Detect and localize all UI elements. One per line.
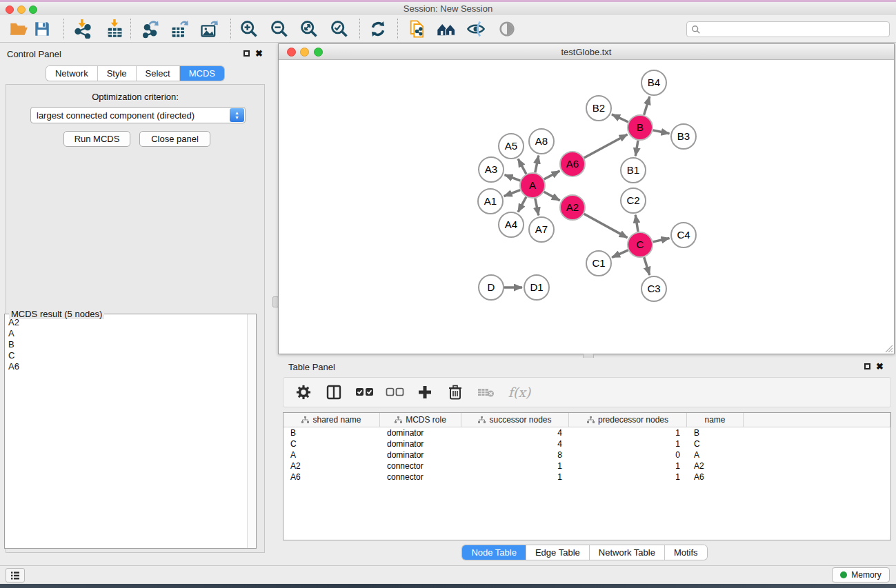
node-C[interactable]: C (628, 232, 653, 257)
node-table[interactable]: shared nameMCDS rolesuccessor nodesprede… (283, 412, 891, 540)
export-network-button[interactable] (138, 17, 163, 41)
zoom-selected-button[interactable] (327, 17, 352, 41)
zoom-out-button[interactable] (267, 17, 292, 41)
result-scrollbar[interactable] (247, 314, 256, 548)
zoom-fit-button[interactable] (297, 17, 321, 41)
edge-C-C2[interactable] (635, 215, 638, 232)
node-A3[interactable]: A3 (479, 157, 504, 182)
table-row[interactable]: A2connector11A2 (283, 460, 890, 472)
edge-C-C3[interactable] (644, 257, 650, 275)
memory-button[interactable]: Memory (832, 567, 890, 582)
edge-A-A8[interactable] (535, 156, 539, 173)
edge-C-C4[interactable] (653, 239, 670, 242)
table-row[interactable]: Adominator80A (283, 449, 890, 460)
node-A8[interactable]: A8 (529, 129, 554, 154)
mcds-result-list[interactable]: A2ABCA6 (5, 317, 247, 548)
network-canvas[interactable]: B4B2BB3A8A5A6A3B1AC2A1A2A4A7C4CC1DD1C3 (279, 60, 894, 354)
node-A4[interactable]: A4 (499, 212, 524, 237)
import-network-button[interactable] (70, 17, 95, 41)
edge-A-A3[interactable] (505, 175, 521, 181)
edge-A-A1[interactable] (504, 190, 521, 196)
edge-A-A6[interactable] (544, 171, 560, 179)
mcds-result-item[interactable]: C (5, 350, 247, 361)
column-header-MCDS-role[interactable]: MCDS role (380, 413, 461, 427)
node-B1[interactable]: B1 (621, 158, 646, 183)
show-graphics-details-button[interactable] (495, 17, 519, 41)
refresh-layout-button[interactable] (366, 17, 390, 41)
add-column-button[interactable] (415, 385, 435, 399)
node-C2[interactable]: C2 (621, 188, 646, 213)
tab-network[interactable]: Network (46, 66, 98, 81)
node-C1[interactable]: C1 (586, 251, 611, 276)
select-all-button[interactable] (354, 387, 375, 398)
edge-A-A5[interactable] (518, 159, 526, 174)
node-C4[interactable]: C4 (671, 223, 696, 247)
network-window-titlebar[interactable]: testGlobe.txt (279, 44, 894, 60)
close-panel-icon[interactable]: ✖ (255, 48, 263, 59)
edge-A-A4[interactable] (518, 197, 526, 212)
column-header-successor-nodes[interactable]: successor nodes (461, 413, 569, 427)
open-file-button[interactable] (6, 17, 31, 41)
edge-A-A2[interactable] (544, 192, 560, 201)
edge-B-B1[interactable] (635, 141, 638, 156)
table-settings-button[interactable] (293, 385, 314, 400)
node-B3[interactable]: B3 (671, 124, 696, 149)
node-D1[interactable]: D1 (524, 275, 549, 300)
edge-A6-B[interactable] (584, 134, 628, 158)
tab-motifs[interactable]: Motifs (665, 545, 707, 560)
import-table-button[interactable] (102, 17, 127, 41)
node-B[interactable]: B (628, 115, 653, 140)
node-A7[interactable]: A7 (529, 217, 554, 242)
node-A6[interactable]: A6 (560, 152, 585, 176)
table-row[interactable]: A6connector11A6 (283, 472, 890, 483)
export-image-button[interactable] (197, 17, 221, 41)
node-A2[interactable]: A2 (560, 195, 585, 220)
tab-select[interactable]: Select (137, 66, 180, 81)
node-D[interactable]: D (479, 275, 504, 300)
tab-network-table[interactable]: Network Table (590, 545, 665, 560)
network-graph[interactable]: B4B2BB3A8A5A6A3B1AC2A1A2A4A7C4CC1DD1C3 (279, 60, 894, 354)
close-table-panel-icon[interactable]: ✖ (876, 361, 884, 372)
delete-column-button[interactable] (445, 385, 466, 400)
node-B2[interactable]: B2 (586, 96, 611, 121)
node-B4[interactable]: B4 (641, 70, 666, 95)
run-mcds-button[interactable]: Run MCDS (63, 131, 130, 147)
node-A5[interactable]: A5 (499, 134, 524, 159)
window-resize-grip[interactable] (884, 343, 893, 352)
zoom-in-button[interactable] (237, 17, 261, 41)
toggle-columns-button[interactable] (323, 384, 344, 401)
column-header-shared-name[interactable]: shared name (283, 413, 380, 427)
edge-A2-C[interactable] (584, 214, 628, 238)
float-table-panel-icon[interactable] (864, 361, 870, 372)
tab-node-table[interactable]: Node Table (462, 545, 526, 560)
edge-B-B4[interactable] (644, 97, 650, 115)
table-row[interactable]: Bdominator41B (283, 427, 890, 438)
clone-network-button[interactable] (405, 17, 430, 41)
close-panel-button[interactable]: Close panel (139, 131, 210, 147)
show-all-windows-button[interactable] (434, 17, 459, 41)
edge-B-B2[interactable] (612, 114, 628, 122)
edge-C-C1[interactable] (612, 250, 628, 258)
search-input[interactable] (704, 25, 889, 34)
edge-B-B3[interactable] (653, 130, 670, 134)
export-table-button[interactable] (167, 17, 192, 41)
column-header-name[interactable]: name (687, 413, 744, 427)
hide-panels-button[interactable] (464, 17, 488, 41)
node-A[interactable]: A (520, 173, 545, 198)
node-A1[interactable]: A1 (478, 189, 503, 214)
deselect-all-button[interactable] (384, 387, 405, 398)
tab-mcds[interactable]: MCDS (180, 66, 224, 81)
table-row[interactable]: Cdominator41C (283, 438, 890, 449)
mcds-result-item[interactable]: A2 (5, 317, 247, 328)
network-search-box[interactable] (686, 21, 890, 37)
mcds-result-item[interactable]: A (5, 328, 247, 339)
criterion-dropdown[interactable]: largest connected component (directed) ▲… (30, 107, 246, 123)
edge-A-A7[interactable] (535, 199, 539, 216)
tab-style[interactable]: Style (98, 66, 137, 81)
tab-edge-table[interactable]: Edge Table (526, 545, 590, 560)
float-panel-icon[interactable] (243, 48, 250, 59)
mcds-result-item[interactable]: B (5, 339, 247, 350)
column-header-predecessor-nodes[interactable]: predecessor nodes (569, 413, 687, 427)
save-session-button[interactable] (30, 17, 54, 41)
mcds-result-item[interactable]: A6 (5, 361, 247, 372)
